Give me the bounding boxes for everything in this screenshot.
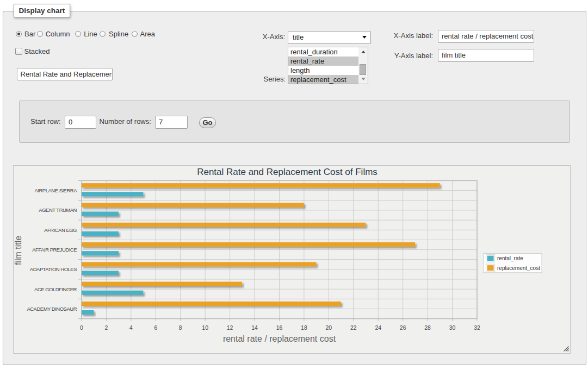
svg-text:16: 16 — [276, 324, 283, 331]
svg-text:32: 32 — [474, 324, 480, 331]
svg-text:22: 22 — [350, 324, 357, 331]
svg-text:6: 6 — [154, 324, 157, 331]
svg-text:24: 24 — [375, 324, 381, 331]
svg-text:18: 18 — [301, 324, 307, 331]
svg-text:ACADEMY DINOSAUR: ACADEMY DINOSAUR — [27, 306, 77, 312]
svg-text:26: 26 — [400, 324, 406, 331]
svg-text:4: 4 — [129, 324, 133, 331]
svg-text:ADAPTATION HOLES: ADAPTATION HOLES — [30, 266, 77, 272]
svg-text:ACE GOLDFINGER: ACE GOLDFINGER — [34, 286, 77, 292]
svg-text:rental_rate: rental_rate — [497, 255, 523, 261]
svg-text:replacement_cost: replacement_cost — [497, 265, 540, 271]
svg-text:Rental Rate and Replacement Co: Rental Rate and Replacement Cost of Film… — [197, 167, 377, 177]
svg-text:AFFAIR PREJUDICE: AFFAIR PREJUDICE — [32, 247, 77, 253]
svg-text:AGENT TRUMAN: AGENT TRUMAN — [39, 207, 77, 213]
svg-text:rental rate / replacement cost: rental rate / replacement cost — [223, 334, 336, 343]
svg-text:film title: film title — [14, 236, 23, 265]
svg-text:28: 28 — [424, 324, 431, 331]
svg-text:2: 2 — [105, 324, 108, 331]
svg-text:14: 14 — [251, 324, 258, 331]
svg-text:30: 30 — [449, 324, 456, 331]
svg-text:12: 12 — [227, 324, 233, 331]
svg-text:20: 20 — [326, 324, 332, 331]
svg-text:10: 10 — [202, 324, 208, 331]
svg-text:AIRPLANE SIERRA: AIRPLANE SIERRA — [35, 187, 78, 193]
svg-text:0: 0 — [80, 324, 83, 331]
svg-text:8: 8 — [179, 324, 182, 331]
svg-text:AFRICAN EGG: AFRICAN EGG — [44, 227, 77, 233]
